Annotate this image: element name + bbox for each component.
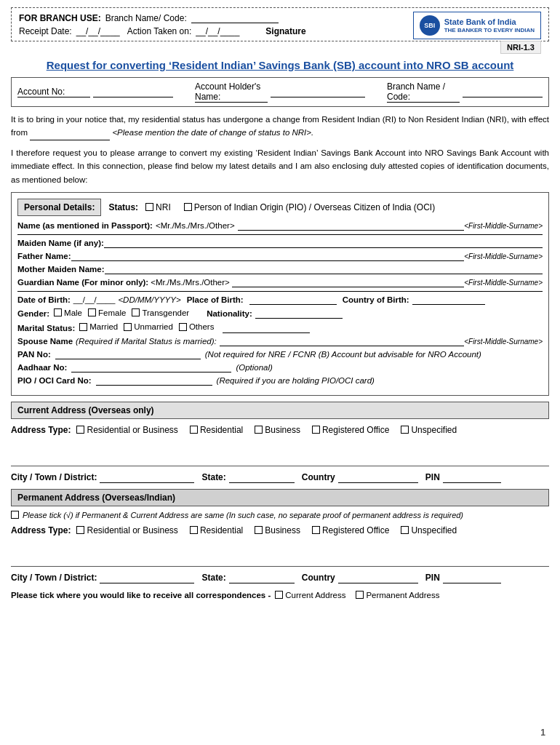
current-unspecified-checkbox[interactable] [401, 426, 409, 434]
perm-pin-field: PIN [425, 573, 501, 583]
perm-city-input[interactable] [100, 573, 194, 583]
perm-residential-checkbox[interactable] [190, 526, 198, 534]
perm-registered-option[interactable]: Registered Office [312, 525, 390, 535]
permanent-address-type-label: Address Type: [11, 525, 71, 535]
tick-row: Please tick (√) if Permanent & Current A… [11, 511, 549, 519]
perm-res-business-option[interactable]: Residential or Business [76, 525, 177, 535]
perm-state-input[interactable] [229, 573, 295, 583]
unmarried-checkbox[interactable] [124, 323, 132, 331]
male-option[interactable]: Male [54, 308, 82, 317]
current-residential-label: Residential [200, 425, 243, 435]
nationality-input[interactable] [255, 309, 343, 319]
maiden-input[interactable] [104, 239, 543, 248]
country-birth-label: Country of Birth: [343, 295, 409, 304]
female-option[interactable]: Female [88, 308, 126, 317]
female-label: Female [98, 308, 126, 317]
married-checkbox[interactable] [79, 323, 87, 331]
perm-unspecified-option[interactable]: Unspecified [401, 525, 457, 535]
pio-card-italic: (Required if you are holding PIO/OCI car… [217, 376, 375, 385]
others-input[interactable] [223, 324, 310, 333]
perm-country-input[interactable] [338, 573, 418, 583]
current-residential-checkbox[interactable] [190, 426, 198, 434]
bank-logo-icon: SBI [420, 15, 440, 36]
first-middle-surname-2: <First-Middle-Surname> [464, 252, 543, 260]
current-registered-checkbox[interactable] [312, 426, 320, 434]
perm-unspecified-label: Unspecified [411, 525, 457, 535]
bank-tagline: THE BANKER TO EVERY INDIAN [444, 27, 535, 34]
others-option[interactable]: Others [179, 322, 215, 331]
pan-input[interactable] [55, 350, 201, 359]
permanent-address-type-row: Address Type: Residential or Business Re… [11, 525, 549, 535]
mother-input[interactable] [105, 265, 543, 274]
pio-card-input[interactable] [96, 376, 212, 386]
married-label: Married [89, 322, 118, 331]
others-checkbox[interactable] [179, 323, 187, 331]
date-field[interactable] [30, 126, 110, 140]
branch-use-label: FOR BRANCH USE: [19, 13, 101, 23]
perm-pin-label: PIN [425, 573, 440, 583]
current-address-corr-checkbox[interactable] [275, 591, 283, 599]
current-address-underline [11, 466, 549, 466]
current-business-option[interactable]: Business [255, 425, 300, 435]
nri-option[interactable]: NRI [145, 202, 171, 212]
nri-checkbox[interactable] [145, 203, 153, 211]
name-input[interactable] [238, 221, 465, 231]
permanent-address-correspondence[interactable]: Permanent Address [356, 591, 439, 599]
current-address-correspondence[interactable]: Current Address [275, 591, 345, 599]
perm-registered-label: Registered Office [322, 525, 390, 535]
current-res-business-checkbox[interactable] [76, 426, 84, 434]
spouse-input[interactable] [220, 337, 464, 346]
perm-residential-option[interactable]: Residential [190, 525, 243, 535]
nri-badge: NRI-1.3 [500, 41, 541, 54]
married-option[interactable]: Married [79, 322, 118, 331]
father-input[interactable] [71, 252, 465, 261]
guardian-input[interactable] [232, 278, 464, 287]
current-res-business-label: Residential or Business [87, 425, 177, 435]
current-state-field: State: [201, 472, 294, 483]
transgender-checkbox[interactable] [132, 308, 140, 316]
unmarried-option[interactable]: Unmarried [124, 322, 173, 331]
male-checkbox[interactable] [54, 308, 62, 316]
branch-name-field[interactable] [191, 12, 279, 23]
current-business-checkbox[interactable] [255, 426, 263, 434]
branch-name-label: Branch Name/ Code: [105, 13, 187, 23]
perm-country-label: Country [302, 573, 335, 583]
pio-checkbox[interactable] [184, 203, 192, 211]
current-residential-option[interactable]: Residential [190, 425, 243, 435]
current-unspecified-option[interactable]: Unspecified [401, 425, 457, 435]
current-res-business-option[interactable]: Residential or Business [76, 425, 177, 435]
name-prefix-placeholder: <Mr./Ms./Mrs./Other> [156, 221, 235, 230]
tick-text: Please tick (√) if Permanent & Current A… [23, 511, 463, 519]
perm-unspecified-checkbox[interactable] [401, 526, 409, 534]
same-address-checkbox[interactable] [11, 511, 19, 519]
receipt-label: Receipt Date: [19, 26, 72, 36]
dob-label: Date of Birth: [17, 295, 71, 304]
current-country-input[interactable] [338, 472, 418, 483]
perm-business-option[interactable]: Business [255, 525, 300, 535]
place-birth-input[interactable] [249, 295, 337, 305]
perm-business-checkbox[interactable] [255, 526, 263, 534]
correspondence-row: Please tick where you would like to rece… [11, 591, 549, 599]
perm-residential-label: Residential [200, 525, 243, 535]
permanent-address-corr-checkbox[interactable] [356, 591, 364, 599]
perm-city-row: City / Town / District: State: Country P… [11, 573, 549, 583]
current-pin-input[interactable] [443, 472, 501, 483]
perm-state-field: State: [201, 573, 294, 583]
permanent-address-corr-label: Permanent Address [366, 591, 439, 599]
pio-option[interactable]: Person of Indian Origin (PIO) / Overseas… [184, 202, 435, 212]
perm-address-underline [11, 566, 549, 567]
current-city-input[interactable] [100, 472, 194, 483]
perm-registered-checkbox[interactable] [312, 526, 320, 534]
female-checkbox[interactable] [88, 308, 96, 316]
country-birth-input[interactable] [412, 295, 485, 305]
transgender-option[interactable]: Transgender [132, 308, 189, 317]
perm-business-label: Business [265, 525, 300, 535]
father-label: Father Name: [17, 252, 71, 260]
current-registered-option[interactable]: Registered Office [312, 425, 390, 435]
aadhaar-input[interactable] [71, 363, 231, 372]
current-state-input[interactable] [229, 472, 295, 483]
permanent-address-section: Permanent Address (Overseas/Indian) Plea… [11, 489, 549, 583]
perm-pin-input[interactable] [443, 573, 501, 583]
perm-res-business-checkbox[interactable] [76, 526, 84, 534]
perm-city-label: City / Town / District: [11, 573, 97, 583]
